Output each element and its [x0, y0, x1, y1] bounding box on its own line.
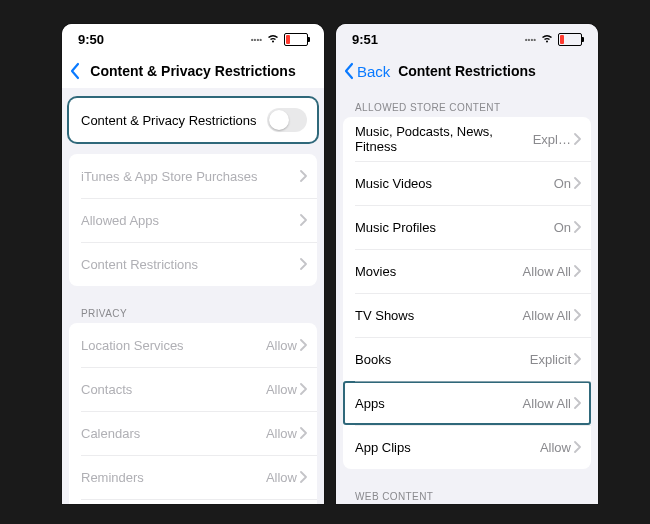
row-value: Allow All	[523, 396, 571, 411]
page-body: Content & Privacy Restrictions iTunes & …	[62, 88, 324, 504]
row-label: iTunes & App Store Purchases	[81, 169, 299, 184]
row-value: Allow	[266, 338, 297, 353]
list-row[interactable]: Allowed Apps	[69, 198, 317, 242]
chevron-right-icon	[573, 353, 581, 365]
chevron-left-icon	[342, 62, 356, 80]
list-row[interactable]: CalendarsAllow	[69, 411, 317, 455]
toggle-card: Content & Privacy Restrictions	[69, 98, 317, 142]
back-button[interactable]	[68, 54, 83, 88]
chevron-right-icon	[573, 441, 581, 453]
privacy-card: Location ServicesAllowContactsAllowCalen…	[69, 323, 317, 504]
chevron-right-icon	[299, 170, 307, 182]
list-row[interactable]: ContactsAllow	[69, 367, 317, 411]
row-value: On	[554, 176, 571, 191]
section-header-privacy: PRIVACY	[69, 298, 317, 323]
list-row[interactable]: RemindersAllow	[69, 455, 317, 499]
chevron-right-icon	[299, 383, 307, 395]
row-label: Reminders	[81, 470, 266, 485]
wifi-icon	[266, 32, 280, 47]
list-row[interactable]: PhotosAllow	[69, 499, 317, 504]
toggle-label: Content & Privacy Restrictions	[81, 113, 267, 128]
chevron-right-icon	[573, 133, 581, 145]
status-bar: 9:51 ••••	[336, 24, 598, 54]
list-row[interactable]: Location ServicesAllow	[69, 323, 317, 367]
row-label: Contacts	[81, 382, 266, 397]
row-label: Music Videos	[355, 176, 554, 191]
chevron-right-icon	[299, 258, 307, 270]
chevron-left-icon	[68, 62, 82, 80]
content-privacy-toggle-row[interactable]: Content & Privacy Restrictions	[69, 98, 317, 142]
row-label: App Clips	[355, 440, 540, 455]
page-title: Content & Privacy Restrictions	[62, 63, 324, 79]
phone-left: 9:50 •••• Content & Privacy Restrictions…	[62, 24, 324, 504]
status-icons: ••••	[525, 32, 582, 47]
nav-bar: Back Content Restrictions	[336, 54, 598, 88]
row-label: Music, Podcasts, News, Fitness	[355, 124, 533, 154]
store-card: iTunes & App Store PurchasesAllowed Apps…	[69, 154, 317, 286]
section-header-allowed: ALLOWED STORE CONTENT	[343, 92, 591, 117]
status-time: 9:50	[78, 32, 104, 47]
status-time: 9:51	[352, 32, 378, 47]
chevron-right-icon	[299, 214, 307, 226]
list-row[interactable]: MoviesAllow All	[343, 249, 591, 293]
row-label: TV Shows	[355, 308, 523, 323]
chevron-right-icon	[299, 339, 307, 351]
back-button[interactable]: Back	[342, 54, 390, 88]
section-header-web: WEB CONTENT	[343, 481, 591, 504]
allowed-card: Music, Podcasts, News, FitnessExpl…Music…	[343, 117, 591, 469]
row-value: Allow All	[523, 264, 571, 279]
status-bar: 9:50 ••••	[62, 24, 324, 54]
list-row[interactable]: Music, Podcasts, News, FitnessExpl…	[343, 117, 591, 161]
row-label: Calendars	[81, 426, 266, 441]
chevron-right-icon	[573, 397, 581, 409]
list-row[interactable]: AppsAllow All	[343, 381, 591, 425]
back-label: Back	[357, 63, 390, 80]
list-row[interactable]: iTunes & App Store Purchases	[69, 154, 317, 198]
list-row[interactable]: Content Restrictions	[69, 242, 317, 286]
row-value: Allow	[266, 426, 297, 441]
phone-right: 9:51 •••• Back Content Restrictions ALLO…	[336, 24, 598, 504]
cellular-icon: ••••	[251, 35, 262, 44]
chevron-right-icon	[573, 265, 581, 277]
chevron-right-icon	[573, 177, 581, 189]
wifi-icon	[540, 32, 554, 47]
row-value: Explicit	[530, 352, 571, 367]
row-value: Allow	[266, 470, 297, 485]
chevron-right-icon	[299, 427, 307, 439]
row-value: Allow	[266, 382, 297, 397]
toggle-switch[interactable]	[267, 108, 307, 132]
row-label: Apps	[355, 396, 523, 411]
row-value: Allow	[540, 440, 571, 455]
status-icons: ••••	[251, 32, 308, 47]
chevron-right-icon	[573, 221, 581, 233]
row-value: On	[554, 220, 571, 235]
chevron-right-icon	[299, 471, 307, 483]
chevron-right-icon	[573, 309, 581, 321]
cellular-icon: ••••	[525, 35, 536, 44]
battery-icon	[284, 33, 308, 46]
nav-bar: Content & Privacy Restrictions	[62, 54, 324, 88]
list-row[interactable]: App ClipsAllow	[343, 425, 591, 469]
row-value: Expl…	[533, 132, 571, 147]
list-row[interactable]: TV ShowsAllow All	[343, 293, 591, 337]
page-body: ALLOWED STORE CONTENT Music, Podcasts, N…	[336, 88, 598, 504]
row-label: Location Services	[81, 338, 266, 353]
row-label: Allowed Apps	[81, 213, 299, 228]
list-row[interactable]: Music ProfilesOn	[343, 205, 591, 249]
battery-icon	[558, 33, 582, 46]
row-label: Movies	[355, 264, 523, 279]
list-row[interactable]: BooksExplicit	[343, 337, 591, 381]
row-value: Allow All	[523, 308, 571, 323]
row-label: Content Restrictions	[81, 257, 299, 272]
row-label: Music Profiles	[355, 220, 554, 235]
row-label: Books	[355, 352, 530, 367]
list-row[interactable]: Music VideosOn	[343, 161, 591, 205]
